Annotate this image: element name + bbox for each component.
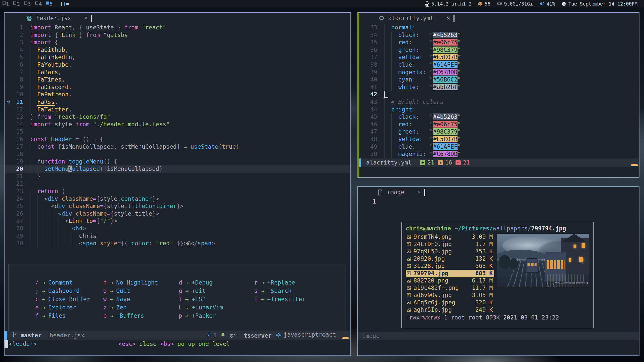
diagnostics-hint[interactable]: 1 [207, 332, 217, 339]
line-number: 18 [5, 150, 23, 158]
tab-title: image [387, 189, 404, 196]
color-swatch: #E5C07B [433, 136, 458, 142]
file-name: 20920.jpg [413, 255, 469, 263]
color-swatch: #56B6C2 [433, 76, 458, 83]
volume-status[interactable]: 41% [539, 1, 555, 7]
color-swatch: #C678DD [433, 151, 458, 157]
system-status-area: 5.14.2-arch1-2 56 9.6Gi/31Gi 41% Tue Sep… [422, 1, 644, 7]
image-file-icon [407, 250, 411, 253]
file-row[interactable]: 882720.png6.17 M [406, 277, 494, 284]
react-icon [276, 332, 281, 340]
git-branch-name[interactable]: master [21, 332, 42, 339]
file-row[interactable]: 24LrDFQ.jpg1.7 M [406, 240, 494, 248]
tab-header-jsx[interactable]: header.jsx × [26, 15, 88, 22]
file-row[interactable]: ad6v9Oy.jpg3.05 M [406, 292, 494, 299]
line-number: 36 [359, 46, 377, 54]
color-swatch: #61AFEF [433, 61, 458, 68]
image-buffer[interactable]: chris@machine ~/Pictures/wallpapers/7997… [358, 206, 639, 332]
file-row[interactable]: AFq5r6j.jpeg320 K [406, 299, 494, 306]
file-size: 249 K [469, 306, 493, 314]
whichkey-binding-r[interactable]: r→+Replace [254, 278, 306, 287]
cmdline-left[interactable]: <leader> <esc> close <bs> go up one leve… [5, 340, 350, 348]
file-row[interactable]: a19c482f~.png11.7 M [406, 284, 494, 292]
workspace-3[interactable]: 3 [23, 1, 34, 7]
workspace-1[interactable]: 1 [2, 1, 12, 7]
whichkey-binding-b[interactable]: b→+Buffers [103, 312, 158, 320]
workspace-marker [3, 2, 6, 5]
whichkey-binding-w[interactable]: w→Save [103, 295, 158, 303]
code-line: 4 FaGithub, [5, 46, 350, 54]
file-row[interactable]: 31228.jpg563 K [406, 262, 494, 270]
code-line: 40 cyan: "#56B6C2" [359, 76, 639, 84]
file-row[interactable]: 97q9L5D.jpg753 K [406, 248, 494, 255]
code-line: 1 [358, 198, 639, 206]
code-line: 24 <div className={style.container}> [5, 195, 350, 203]
whichkey-binding-;[interactable]: ;→Dashboard [35, 287, 90, 295]
file-row[interactable]: 20920.jpg132 K [406, 255, 494, 262]
code-line: 47 green: "#98C379" [359, 128, 639, 136]
file-size: 3.05 M [469, 292, 493, 299]
tab-close-icon[interactable]: × [84, 15, 88, 22]
whichkey-binding-d[interactable]: d→+Debug [179, 278, 223, 287]
line-number: 47 [359, 128, 377, 136]
tab-alacritty-yml[interactable]: ⚙ alacritty.yml × [379, 15, 450, 22]
whichkey-binding-c[interactable]: c→Close Buffer [35, 295, 90, 303]
arrow-right-icon: → [185, 304, 189, 311]
top-status-bar: 1 2 3 4 5 []= 5.14.2-arch1-2 56 9.6Gi/31… [0, 0, 644, 8]
file-row-selected[interactable]: 799794.jpg803 K [406, 270, 494, 277]
whichkey-binding-f[interactable]: f→Files [35, 312, 90, 320]
whichkey-binding-q[interactable]: q→Quit [103, 287, 158, 295]
whichkey-binding-L[interactable]: L→+LunarVim [179, 303, 223, 312]
arrow-right-icon: → [110, 304, 113, 311]
file-size: 753 K [469, 248, 493, 255]
image-file-icon [407, 242, 411, 246]
whichkey-binding-s[interactable]: s→+Search [254, 287, 306, 295]
workspace-4[interactable]: 4 [34, 1, 45, 7]
image-file-icon [407, 293, 411, 297]
wallpaper-thumbnail: www.DesktopBackground.org [497, 234, 589, 287]
line-number: 1 [366, 198, 376, 206]
code-buffer-alacritty[interactable]: 33 normal:34 black: "#4b5263"35 red: "#e… [359, 24, 639, 158]
whichkey-binding-p[interactable]: p→+Packer [179, 312, 223, 320]
file-row[interactable]: 9rsmTK4.png3.09 M [406, 233, 494, 240]
file-size: 320 K [469, 299, 493, 306]
file-name: 882720.png [413, 277, 469, 285]
file-size: 3.09 M [469, 233, 493, 241]
code-line: 22 [5, 180, 350, 188]
code-line: 15 [5, 128, 350, 136]
tab-image[interactable]: image × [378, 189, 421, 196]
code-line: 38 blue: "#61AFEF" [359, 61, 639, 69]
code-line: 33 normal: [359, 24, 639, 31]
line-number: 6 [5, 61, 23, 69]
workspace-5-active[interactable]: 5 [45, 1, 56, 7]
color-swatch: #abb2bf [433, 84, 458, 90]
code-lines: 1import React, { useState } from "react"… [5, 24, 350, 247]
arrow-right-icon: → [185, 296, 189, 303]
lsp-server[interactable]: ⚙⚙ tsserver [229, 331, 272, 340]
code-line: 11 FaRss, [5, 98, 350, 106]
code-line: 45 black: "#4b5263" [359, 113, 639, 121]
statusline-image: image [358, 332, 639, 340]
tab-close-icon[interactable]: × [417, 189, 421, 196]
treesitter-icon [221, 332, 225, 339]
line-number: 15 [5, 128, 23, 136]
workspace-2[interactable]: 2 [12, 1, 23, 7]
whichkey-binding-z[interactable]: z→Zen [103, 303, 158, 312]
line-number: 42 [359, 91, 377, 98]
whichkey-binding-/[interactable]: /→Comment [35, 278, 90, 287]
file-row[interactable]: aghr5Ip.jpg249 K [406, 306, 494, 313]
tab-close-icon[interactable]: × [447, 15, 450, 22]
code-line: 26 <div className={style.title}> [5, 210, 350, 218]
window-header-jsx: header.jsx × 1import React, { useState }… [4, 12, 351, 356]
whichkey-binding-e[interactable]: e→Explorer [35, 303, 90, 312]
arrow-right-icon: → [185, 312, 189, 320]
whichkey-binding-g[interactable]: g→+Git [179, 287, 223, 295]
workspace-switcher: 1 2 3 4 5 [2, 1, 56, 7]
code-buffer-header-jsx[interactable]: 1import React, { useState } from "react"… [5, 24, 350, 331]
code-line: 39 magenta: "#C678DD" [359, 69, 639, 76]
file-name: aghr5Ip.jpg [413, 306, 469, 314]
line-number: 44 [359, 106, 377, 113]
whichkey-binding-l[interactable]: l→+LSP [179, 295, 223, 303]
whichkey-binding-h[interactable]: h→No Highlight [103, 278, 158, 287]
whichkey-binding-T[interactable]: T→+Treesitter [254, 295, 306, 303]
